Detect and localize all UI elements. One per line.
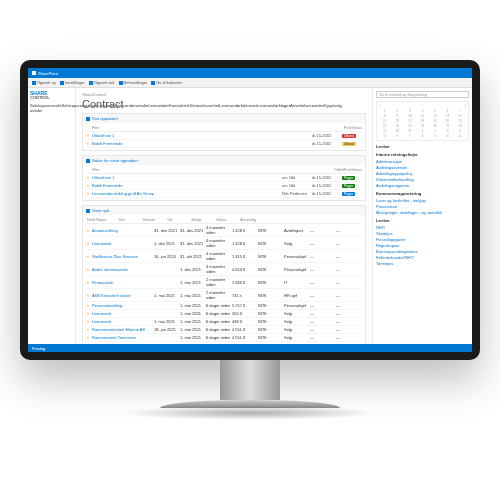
logo: SHARECONTROL	[30, 91, 73, 100]
right-link[interactable]: Tomtepris	[376, 260, 469, 266]
right-link[interactable]: Avdelingsrapporter	[376, 182, 469, 188]
gear-icon	[60, 81, 64, 85]
user-icon	[86, 159, 90, 163]
table-row[interactable]: ★Bobilt Fremmededt.15-2002Utkast	[86, 140, 362, 148]
table-row[interactable]: ★Firmaavtale1. mai 20212 måneder siden2 …	[86, 276, 362, 289]
panel-mycases: Saker for mine agendaer FilerTildeltFris…	[82, 155, 366, 201]
table-row[interactable]: ★Utkastfase 1om 18ddt.15-2002Pågår	[86, 174, 362, 182]
clock-icon	[86, 117, 90, 121]
breadcrumb[interactable]: ShareControl	[82, 92, 366, 97]
panel-latest: Siste nytt TittelUtløperSistVærsteVisBel…	[82, 205, 366, 345]
table-row[interactable]: ★AKB Konsulent avtale1. mai 20211. mai 2…	[86, 289, 362, 302]
right-rail: Gå til innhold og filoppretting ‹› 12345…	[372, 88, 472, 352]
list-icon	[86, 209, 90, 213]
table-row[interactable]: ★Personalutvikling1. mai 20216 dager sid…	[86, 302, 362, 310]
case-icon	[89, 81, 93, 85]
waffle-icon[interactable]	[32, 71, 36, 75]
product-name: SharePoint	[38, 71, 58, 76]
ribbon-case[interactable]: Opprett sak	[89, 80, 115, 85]
right-link[interactable]: Målstyringer, utviklinger - og statisitk…	[376, 209, 469, 215]
table-row[interactable]: ★Utkastfase 1dt.15-2002Utkast	[86, 132, 362, 140]
table-row[interactable]: ★Statlfasamt Olav Svenson16. jun 202431.…	[86, 250, 362, 263]
ribbon-calendar[interactable]: Gå til kalender	[151, 80, 182, 85]
sidebar: SHARECONTROL SelskapsoversiktSelskapsmøt…	[28, 88, 76, 352]
ribbon-new[interactable]: Opprett ny	[32, 80, 56, 85]
ribbon: Opprett ny Innstillinger Opprett sak Beh…	[28, 78, 472, 88]
panel-recent: Sist oppdatert FilerFristStatus ★Utkastf…	[82, 113, 366, 151]
table-row[interactable]: ★Rammeavtale Tommeise1. mai 20216 dager …	[86, 334, 362, 342]
process-icon	[119, 81, 123, 85]
main: ShareControl Contract Sist oppdatert Fil…	[76, 88, 372, 352]
footer: Forslag	[28, 344, 472, 352]
table-row[interactable]: ★Bobilt Fremmedeom 18ddt.15-2002Pågår	[86, 182, 362, 190]
table-row[interactable]: ★Leieravtale1. des 202131. des 20214 mån…	[86, 237, 362, 250]
table-row[interactable]: ★Leieravtale1. mai 20211. mai 20216 dage…	[86, 318, 362, 326]
ribbon-process[interactable]: Behandlinger	[119, 80, 148, 85]
search-input[interactable]: Gå til innhold og filoppretting	[376, 91, 469, 98]
links-header: Lenker	[376, 144, 469, 149]
page-title: Contract	[82, 98, 366, 110]
table-row[interactable]: ★Rammeavtalestart Materie AS18. jun 2021…	[86, 326, 362, 334]
sharepoint-topbar: SharePoint	[28, 68, 472, 78]
ribbon-settings[interactable]: Innstillinger	[60, 80, 85, 85]
mini-calendar[interactable]: ‹› 1234567891011121314151617181920212223…	[376, 101, 469, 141]
calendar-icon	[151, 81, 155, 85]
plus-icon	[32, 81, 36, 85]
cal-prev-icon[interactable]: ‹	[379, 104, 380, 108]
cal-next-icon[interactable]: ›	[465, 104, 466, 108]
table-row[interactable]: ★Leieravtale1. mai 20016 dager siden264 …	[86, 310, 362, 318]
table-row[interactable]: ★Ansattutvikling31. des 202131. des 2021…	[86, 224, 362, 237]
table-row[interactable]: ★Andre rammeavtaler1. des 20214 måneder …	[86, 263, 362, 276]
table-row[interactable]: ★Leverandørutvikling gruff Art GroupNils…	[86, 190, 362, 198]
